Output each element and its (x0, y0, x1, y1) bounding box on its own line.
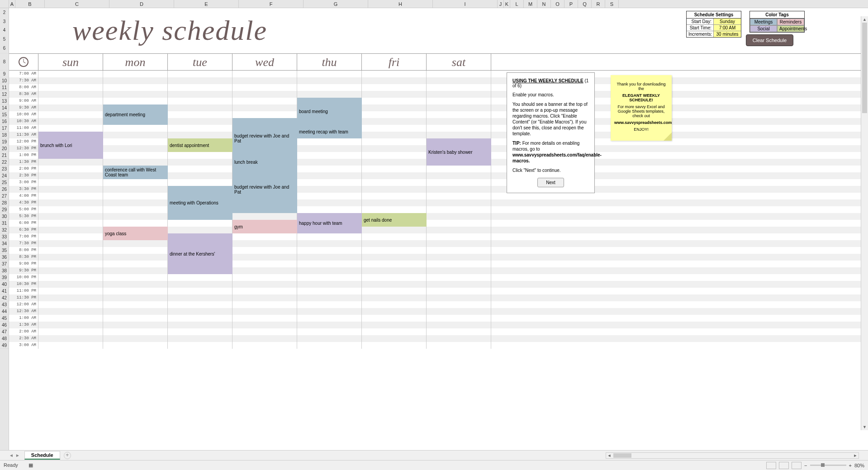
grid-cell[interactable] (38, 84, 103, 91)
grid-cell[interactable] (297, 233, 362, 240)
grid-cell[interactable] (168, 315, 232, 322)
grid-cell[interactable] (232, 71, 297, 77)
help-next-button[interactable]: Next (537, 178, 564, 187)
grid-cell[interactable] (38, 301, 103, 308)
setting-value[interactable]: Sunday (714, 19, 741, 24)
grid-cell[interactable] (103, 281, 168, 288)
grid-cell[interactable] (103, 288, 168, 294)
grid-cell[interactable] (103, 220, 168, 227)
row-header[interactable]: 36 (0, 254, 9, 261)
grid-cell[interactable] (427, 322, 491, 328)
row-header[interactable]: 21 (0, 152, 9, 159)
view-normal-button[interactable] (766, 462, 776, 469)
col-header-E[interactable]: E (174, 0, 239, 8)
event-block[interactable]: department meeting (103, 104, 168, 125)
grid-cell[interactable] (362, 274, 427, 281)
grid-cell[interactable] (297, 328, 362, 335)
grid-cell[interactable] (103, 261, 168, 267)
grid-cell[interactable] (297, 342, 362, 349)
grid-cell[interactable] (362, 145, 427, 152)
col-header-L[interactable]: L (510, 0, 524, 8)
grid-cell[interactable] (168, 84, 232, 91)
grid-cell[interactable] (168, 77, 232, 84)
row-header[interactable]: 31 (0, 220, 9, 227)
grid-cell[interactable] (427, 71, 491, 77)
grid-cell[interactable] (38, 274, 103, 281)
grid-cell[interactable] (38, 213, 103, 220)
row-header[interactable]: 15 (0, 111, 9, 118)
grid-cell[interactable] (168, 91, 232, 98)
row-header[interactable]: 13 (0, 98, 9, 104)
grid-cell[interactable] (38, 125, 103, 132)
grid-cell[interactable] (168, 220, 232, 227)
event-block[interactable]: meeting recap with team (297, 125, 362, 138)
vertical-scrollbar[interactable]: ▲ ▼ (861, 16, 868, 430)
grid-cell[interactable] (297, 315, 362, 322)
grid-cell[interactable] (103, 179, 168, 186)
row-header[interactable]: 12 (0, 91, 9, 98)
event-block[interactable]: lunch break (232, 159, 297, 166)
row-header[interactable]: 33 (0, 233, 9, 240)
grid-cell[interactable] (103, 315, 168, 322)
grid-cell[interactable] (362, 132, 427, 138)
tag-social[interactable]: Social (750, 25, 777, 32)
zoom-in-button[interactable]: + (849, 463, 852, 468)
grid-cell[interactable] (232, 328, 297, 335)
grid-cell[interactable] (427, 261, 491, 267)
grid-cell[interactable] (103, 98, 168, 104)
col-header-D[interactable]: D (109, 0, 174, 8)
event-block[interactable]: meeting with Operations (168, 186, 232, 220)
grid-cell[interactable] (297, 240, 362, 247)
grid-cell[interactable] (103, 145, 168, 152)
grid-cell[interactable] (38, 179, 103, 186)
zoom-level[interactable]: 80% (854, 463, 864, 468)
col-header-B[interactable]: B (15, 0, 45, 8)
grid-cell[interactable] (362, 261, 427, 267)
grid-cell[interactable] (362, 152, 427, 159)
grid-cell[interactable] (38, 267, 103, 274)
grid-cell[interactable] (38, 172, 103, 179)
grid-cell[interactable] (362, 199, 427, 206)
grid-cell[interactable] (38, 111, 103, 118)
grid-cell[interactable] (38, 118, 103, 125)
grid-cell[interactable] (168, 342, 232, 349)
grid-cell[interactable] (427, 111, 491, 118)
grid-cell[interactable] (168, 179, 232, 186)
macro-record-icon[interactable]: ▦ (28, 462, 33, 468)
grid-cell[interactable] (362, 335, 427, 342)
col-header-R[interactable]: R (592, 0, 605, 8)
grid-cell[interactable] (362, 227, 427, 233)
grid-cell[interactable] (362, 104, 427, 111)
grid-cell[interactable] (103, 138, 168, 145)
grid-cell[interactable] (38, 240, 103, 247)
grid-cell[interactable] (297, 288, 362, 294)
grid-cell[interactable] (38, 227, 103, 233)
row-header[interactable]: 41 (0, 288, 9, 294)
event-block[interactable]: budget review with Joe and Pat (232, 166, 297, 213)
grid-cell[interactable] (362, 71, 427, 77)
grid-cell[interactable] (427, 206, 491, 213)
row-header[interactable]: 26 (0, 186, 9, 193)
event-block[interactable]: yoga class (103, 227, 168, 240)
grid-cell[interactable] (232, 315, 297, 322)
grid-cell[interactable] (297, 186, 362, 193)
col-header-A[interactable]: A (9, 0, 15, 8)
grid-cell[interactable] (297, 77, 362, 84)
row-header[interactable]: 46 (0, 322, 9, 328)
event-block[interactable]: dinner at the Kershers' (168, 233, 232, 274)
grid-cell[interactable] (362, 118, 427, 125)
grid-cell[interactable] (38, 328, 103, 335)
col-header-Q[interactable]: Q (578, 0, 592, 8)
grid-cell[interactable] (103, 240, 168, 247)
grid-cell[interactable] (232, 281, 297, 288)
row-header[interactable]: 32 (0, 227, 9, 233)
grid-cell[interactable] (168, 159, 232, 166)
row-header[interactable]: 45 (0, 315, 9, 322)
grid-cell[interactable] (427, 308, 491, 315)
grid-cell[interactable] (103, 294, 168, 301)
grid-cell[interactable] (38, 71, 103, 77)
grid-cell[interactable] (168, 125, 232, 132)
grid-cell[interactable] (362, 288, 427, 294)
row-header[interactable]: 28 (0, 199, 9, 206)
grid-cell[interactable] (297, 335, 362, 342)
